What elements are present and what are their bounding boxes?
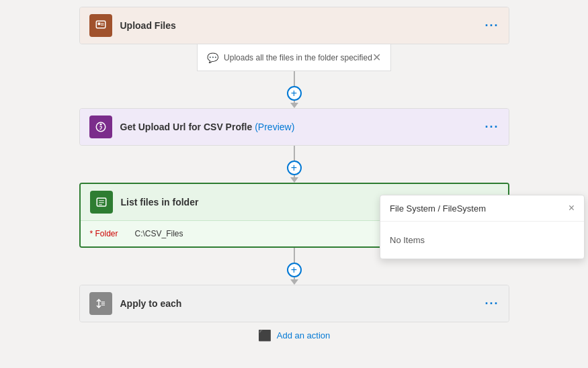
connector-arrow-3 (290, 279, 298, 285)
info-text: Uploads all the files in the folder spec… (224, 53, 372, 62)
connector-3: + (287, 248, 302, 285)
upload-files-card: Upload Files ··· (79, 7, 509, 44)
connector-1: + (287, 71, 302, 108)
list-files-icon (90, 191, 113, 214)
upload-files-icon (89, 14, 112, 37)
connector-arrow-1 (290, 103, 298, 108)
add-action-button[interactable]: ⬛ Add an action (258, 329, 331, 342)
svg-point-5 (99, 124, 101, 126)
connector-line-1 (294, 71, 295, 86)
dropdown-no-items: No Items (390, 232, 575, 248)
add-action-label: Add an action (277, 330, 331, 340)
upload-files-info-row: 💬 Uploads all the files in the folder sp… (197, 44, 391, 71)
dropdown-title: File System / FileSystem (390, 203, 486, 214)
dropdown-body: No Items (380, 222, 584, 259)
get-upload-more[interactable]: ··· (485, 121, 499, 133)
dropdown-header: File System / FileSystem × (380, 195, 584, 222)
apply-each-more[interactable]: ··· (485, 297, 499, 310)
folder-label: * Folder (90, 229, 127, 238)
info-close-icon[interactable]: ✕ (372, 51, 381, 64)
get-upload-title: Get Upload Url for CSV Profle (Preview) (120, 122, 485, 132)
connector-plus-1[interactable]: + (287, 86, 302, 101)
svg-rect-0 (96, 21, 106, 28)
get-upload-icon (89, 116, 112, 138)
svg-rect-1 (97, 23, 100, 26)
add-action-icon: ⬛ (258, 329, 271, 342)
filesystem-dropdown: File System / FileSystem × No Items (380, 195, 585, 259)
connector-2: + (287, 146, 302, 183)
dropdown-close-icon[interactable]: × (569, 202, 575, 214)
connector-plus-2[interactable]: + (287, 160, 302, 175)
apply-each-header: Apply to each ··· (80, 285, 509, 322)
info-text-wrapper: 💬 Uploads all the files in the folder sp… (207, 52, 372, 63)
apply-each-title: Apply to each (120, 298, 485, 309)
apply-each-icon (89, 292, 112, 315)
connector-line-2 (294, 146, 295, 160)
speech-bubble-icon: 💬 (207, 52, 218, 63)
upload-files-more[interactable]: ··· (485, 19, 499, 32)
upload-files-title: Upload Files (120, 20, 485, 31)
get-upload-card: Get Upload Url for CSV Profle (Preview) … (79, 108, 509, 146)
connector-plus-3[interactable]: + (287, 263, 302, 277)
connector-line-3 (294, 248, 295, 263)
apply-each-card: Apply to each ··· (79, 285, 509, 322)
get-upload-header: Get Upload Url for CSV Profle (Preview) … (80, 109, 509, 145)
upload-files-header: Upload Files ··· (80, 7, 509, 44)
connector-arrow-2 (290, 177, 298, 183)
